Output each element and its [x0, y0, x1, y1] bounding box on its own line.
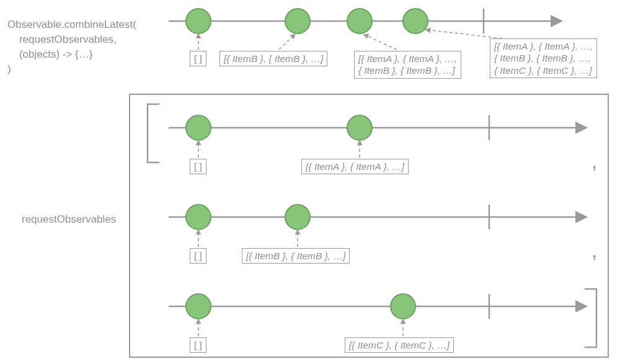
source-timeline-b — [169, 205, 584, 247]
svg-line-8 — [365, 35, 397, 50]
source-b-items: [{ ItemB }, { ItemB }, …] — [242, 248, 350, 264]
source-b-empty: [ ] — [190, 248, 206, 264]
svg-point-19 — [186, 205, 211, 229]
source-c-items: [{ ItemC }, { ItemC }, …] — [345, 337, 454, 353]
svg-point-5 — [403, 9, 428, 33]
source-timeline-a — [169, 115, 584, 158]
source-c-empty: [ ] — [190, 337, 206, 353]
result-box-ab: [{ ItemA }, { ItemA }, …, { ItemB }, { I… — [354, 51, 461, 79]
svg-point-13 — [186, 115, 211, 140]
svg-point-20 — [285, 205, 310, 229]
operator-line2: requestObservables, — [7, 33, 117, 46]
svg-line-9 — [427, 30, 502, 38]
svg-point-4 — [347, 9, 372, 33]
operator-line4: ) — [7, 63, 11, 76]
sources-label: requestObservables — [22, 213, 116, 226]
source-a-empty: [ ] — [190, 159, 206, 174]
svg-point-2 — [186, 9, 211, 33]
result-box-empty: [ ] — [190, 51, 206, 66]
operator-line1: Observable.combineLatest( — [7, 19, 136, 31]
svg-point-14 — [347, 115, 372, 140]
svg-point-26 — [391, 294, 415, 319]
source-a-items: [{ ItemA }, { ItemA }, …] — [301, 159, 409, 174]
operator-line3: (objects) -> {…} — [7, 48, 92, 61]
svg-point-25 — [186, 294, 211, 319]
comma-2: , — [591, 238, 597, 262]
comma-1: , — [591, 149, 597, 173]
source-timeline-c — [169, 294, 584, 336]
result-box-abc: [{ ItemA }, { ItemA }, …, { ItemB }, { I… — [490, 38, 597, 78]
svg-line-7 — [279, 35, 294, 50]
svg-point-3 — [285, 9, 310, 33]
result-box-b: [{ ItemB }, { ItemB }, …] — [219, 51, 327, 66]
